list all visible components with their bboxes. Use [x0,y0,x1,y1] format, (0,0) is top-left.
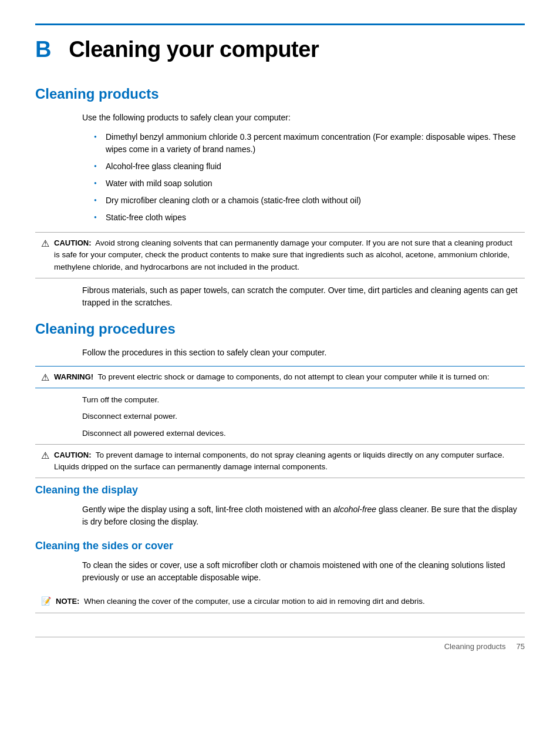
list-item: Alcohol-free glass cleaning fluid [94,160,525,173]
warning-label: WARNING! [54,372,93,381]
intro-text: Use the following products to safely cle… [82,112,525,124]
cleaning-procedures-caution: ⚠ CAUTION: To prevent damage to internal… [35,444,525,479]
note-icon: 📝 [41,596,51,606]
italic-text: alcohol-free [333,505,376,514]
cleaning-display-text: Gently wipe the display using a soft, li… [82,503,525,528]
cleaning-display-heading: Cleaning the display [35,484,525,496]
list-item: Static-free cloth wipes [94,211,525,224]
top-rule [35,23,525,25]
chapter-letter: B [35,37,51,62]
fibrous-materials-text: Fibrous materials, such as paper towels,… [82,284,525,309]
footer-text: Cleaning products 75 [444,642,525,651]
list-item: Dimethyl benzyl ammonium chloride 0.3 pe… [94,131,525,156]
cleaning-sides-text: To clean the sides or cover, use a soft … [82,559,525,584]
caution2-text: CAUTION: To prevent damage to internal c… [54,449,519,473]
list-item: Water with mild soap solution [94,177,525,190]
cleaning-procedures-heading: Cleaning procedures [35,321,525,337]
warning-triangle-icon: ⚠ [41,372,49,383]
list-item: Dry microfiber cleaning cloth or a chamo… [94,194,525,207]
cleaning-products-list: Dimethyl benzyl ammonium chloride 0.3 pe… [94,131,525,224]
chapter-title-text: Cleaning your computer [69,37,319,62]
step-2: Disconnect external power. [82,411,525,422]
caution-body: Avoid strong cleaning solvents that can … [54,238,512,271]
caution-triangle-icon-2: ⚠ [41,450,49,461]
procedures-intro-text: Follow the procedures in this section to… [82,347,525,359]
caution-triangle-icon: ⚠ [41,238,49,249]
caution2-body: To prevent damage to internal components… [54,451,504,471]
cleaning-procedures-section: Cleaning procedures Follow the procedure… [35,321,525,613]
step-3: Disconnect all powered external devices. [82,428,525,439]
caution-text: CAUTION: Avoid strong cleaning solvents … [54,237,519,273]
cleaning-procedures-intro: Follow the procedures in this section to… [82,347,525,359]
caution-label: CAUTION: [54,238,92,247]
cleaning-sides-subsection: Cleaning the sides or cover To clean the… [35,540,525,613]
caution2-label: CAUTION: [54,451,92,459]
cleaning-products-intro: Use the following products to safely cle… [82,112,525,124]
cleaning-procedures-warning: ⚠ WARNING! To prevent electric shock or … [35,366,525,388]
footer-section-name: Cleaning products [444,642,506,651]
chapter-title: B Cleaning your computer [35,37,525,62]
additional-text: Fibrous materials, such as paper towels,… [82,284,525,309]
note-text: NOTE: When cleaning the cover of the com… [56,596,425,607]
note-label: NOTE: [56,597,79,606]
note-body: When cleaning the cover of the computer,… [84,597,425,606]
warning-body: To prevent electric shock or damage to c… [97,372,489,381]
display-text: Gently wipe the display using a soft, li… [82,503,525,528]
step-1: Turn off the computer. [82,394,525,406]
footer-page-number: 75 [517,642,525,651]
cleaning-products-section: Cleaning products Use the following prod… [35,86,525,309]
sides-text: To clean the sides or cover, use a soft … [82,559,525,584]
warning-text: WARNING! To prevent electric shock or da… [54,371,490,383]
cleaning-sides-note: 📝 NOTE: When cleaning the cover of the c… [35,591,525,613]
page-footer: Cleaning products 75 [35,637,525,651]
cleaning-products-heading: Cleaning products [35,86,525,102]
cleaning-products-caution: ⚠ CAUTION: Avoid strong cleaning solvent… [35,232,525,278]
cleaning-display-subsection: Cleaning the display Gently wipe the dis… [35,484,525,528]
cleaning-sides-heading: Cleaning the sides or cover [35,540,525,552]
